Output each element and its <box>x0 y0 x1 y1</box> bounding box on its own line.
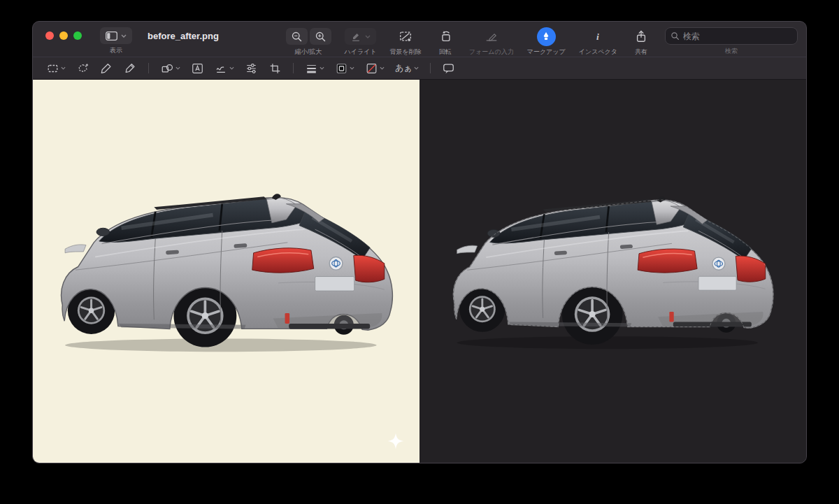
chevron-down-icon <box>414 66 419 70</box>
image-after-pane[interactable] <box>420 80 806 463</box>
highlight-button[interactable] <box>345 28 376 45</box>
close-window-button[interactable] <box>45 31 54 40</box>
highlight-caption: ハイライト <box>345 48 377 57</box>
crop-icon <box>268 62 282 75</box>
markup-group: マークアップ <box>527 27 566 57</box>
sidebar-icon <box>106 31 117 41</box>
selection-tool-button[interactable] <box>44 60 68 77</box>
chevron-down-icon <box>61 66 66 70</box>
car-image-before <box>56 190 396 354</box>
markup-toolbar: あぁ <box>33 57 806 80</box>
signature-icon <box>215 62 228 75</box>
speech-bubble-icon <box>442 62 455 75</box>
share-caption: 共有 <box>635 48 647 57</box>
info-icon: i <box>591 30 604 43</box>
inspector-button[interactable]: i <box>587 28 608 45</box>
preview-window: 表示 before_after.png <box>32 21 807 463</box>
highlighter-pen-icon <box>350 31 361 42</box>
share-group: 共有 <box>631 27 652 57</box>
divider <box>148 63 149 73</box>
form-fill-caption: フォームの入力 <box>469 48 514 57</box>
sign-tool-button[interactable] <box>213 60 236 77</box>
window-title: before_after.png <box>148 31 219 41</box>
zoom-in-button[interactable] <box>310 28 331 45</box>
view-caption: 表示 <box>110 46 122 55</box>
magnifier-plus-icon <box>315 31 327 43</box>
share-button[interactable] <box>631 28 652 45</box>
view-group: 表示 <box>100 27 132 55</box>
rotate-group: 回転 <box>435 27 456 57</box>
inspector-group: i インスペクタ <box>579 27 617 57</box>
remove-background-icon <box>399 29 413 43</box>
border-color-picker[interactable] <box>333 60 357 77</box>
sliders-icon <box>245 62 258 75</box>
selection-rect-icon <box>46 62 59 75</box>
divider <box>430 63 431 73</box>
sketch-pencil-icon <box>100 62 113 75</box>
adjust-color-button[interactable] <box>243 60 260 77</box>
sketch-tool-button[interactable] <box>98 60 115 77</box>
form-fill-group: フォームの入力 <box>469 27 514 57</box>
markup-pen-icon <box>541 31 551 41</box>
crop-resize-button[interactable] <box>266 60 284 77</box>
markup-caption: マークアップ <box>527 48 566 57</box>
zoom-window-button[interactable] <box>73 31 82 40</box>
rotate-caption: 回転 <box>439 48 452 57</box>
fill-none-swatch-icon <box>365 62 378 75</box>
traffic-lights <box>45 31 82 40</box>
border-color-swatch-icon <box>335 62 348 75</box>
titlebar: 表示 before_after.png <box>33 22 806 57</box>
text-tool-button[interactable] <box>189 60 206 77</box>
magnifier-minus-icon <box>291 31 303 43</box>
chevron-down-icon <box>320 66 324 70</box>
minimize-window-button[interactable] <box>59 31 68 40</box>
line-weights-icon <box>305 62 318 75</box>
chevron-down-icon <box>121 34 127 38</box>
svg-text:i: i <box>596 31 599 42</box>
search-group: 検索 <box>665 27 798 56</box>
fill-color-picker[interactable] <box>363 60 387 77</box>
sparkle-icon <box>387 433 404 449</box>
rotate-left-icon <box>438 29 452 43</box>
document-canvas <box>33 80 806 463</box>
image-before-pane[interactable] <box>33 80 420 463</box>
form-fill-icon <box>485 29 499 43</box>
draw-tool-button[interactable] <box>122 60 139 77</box>
text-style-label: あぁ <box>395 62 413 74</box>
remove-background-button[interactable] <box>395 28 416 45</box>
search-field[interactable] <box>665 27 798 45</box>
remove-background-group: 背景を削除 <box>390 27 422 57</box>
chevron-down-icon <box>350 66 354 70</box>
toolbar-right-cluster: 縮小/拡大 ハイライト <box>286 27 798 57</box>
zoom-caption: 縮小/拡大 <box>295 48 322 57</box>
text-box-icon <box>191 62 204 75</box>
annotate-bubble-button[interactable] <box>440 60 457 77</box>
remove-background-caption: 背景を削除 <box>390 48 422 57</box>
zoom-group: 縮小/拡大 <box>286 27 331 57</box>
line-style-picker[interactable] <box>303 60 327 77</box>
shapes-icon <box>160 62 174 75</box>
search-caption: 検索 <box>725 47 738 56</box>
search-input[interactable] <box>683 31 792 41</box>
markup-button[interactable] <box>537 27 556 46</box>
shapes-tool-button[interactable] <box>158 60 182 77</box>
draw-pen-icon <box>124 62 137 75</box>
inspector-caption: インスペクタ <box>579 48 617 57</box>
sidebar-view-button[interactable] <box>100 27 132 44</box>
form-fill-button[interactable] <box>481 28 502 45</box>
search-icon <box>671 31 680 41</box>
divider <box>293 63 294 73</box>
chevron-down-icon <box>380 66 385 70</box>
car-image-after <box>448 193 777 351</box>
smart-lasso-icon <box>76 62 89 75</box>
smart-lasso-button[interactable] <box>74 60 92 77</box>
chevron-down-icon <box>229 66 234 70</box>
zoom-out-button[interactable] <box>286 28 308 45</box>
share-icon <box>635 29 647 43</box>
chevron-down-icon <box>365 35 371 38</box>
text-style-picker[interactable]: あぁ <box>393 60 421 77</box>
highlight-group: ハイライト <box>345 27 377 57</box>
rotate-button[interactable] <box>435 28 456 45</box>
chevron-down-icon <box>175 66 180 70</box>
